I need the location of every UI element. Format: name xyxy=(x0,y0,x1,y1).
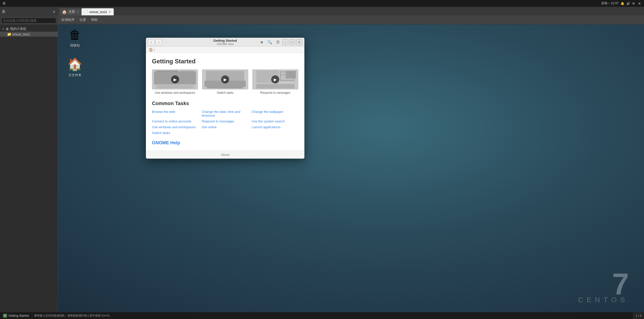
wheat-tab-close[interactable]: ✕ xyxy=(109,10,111,14)
gnome-search-button[interactable]: 🔍 xyxy=(266,39,273,45)
bottombar-left: G Getting Started xyxy=(0,312,32,319)
video-label-messages: Respond to messages xyxy=(260,91,290,95)
bottombar: G Getting Started 要将输入定向到该虚拟机，请将鼠标指针移入其中… xyxy=(0,312,644,319)
gnome-titlebar-right: ★ 🔍 ☰ − □ ✕ xyxy=(258,39,302,45)
video-thumb-switch[interactable]: ▶ xyxy=(202,69,248,89)
topbar-time: 星期一 21:57 xyxy=(601,1,619,6)
gnome-menu-button[interactable]: ☰ xyxy=(274,39,281,45)
tree-item-my-computer[interactable]: ▼ 🖥 我的计算机 xyxy=(0,26,58,32)
bottombar-task-getting-started[interactable]: G Getting Started xyxy=(0,312,32,319)
gnome-titlebar: ‹ › Getting Started GNOME Help ★ 🔍 ☰ − □… xyxy=(146,38,304,47)
tasks-grid: Browse the web Change the date, time and… xyxy=(152,109,298,135)
tree-item-wheat-test1[interactable]: 📁 wheat_test1 xyxy=(0,32,58,37)
video-label-workspaces: Use windows and workspaces xyxy=(155,91,195,95)
svg-rect-4 xyxy=(180,77,194,84)
task-link-system-search[interactable]: Use the system search xyxy=(252,119,298,124)
video-card-workspaces[interactable]: ▶ Use windows and workspaces xyxy=(152,69,198,95)
trash-label: 回收站 xyxy=(70,43,80,48)
task-link-launch-apps[interactable]: Launch applications xyxy=(252,125,298,129)
svg-rect-5 xyxy=(156,85,194,88)
navigation-bar: 应用程序 位置 帮助 xyxy=(58,16,644,24)
task-link-respond-messages[interactable]: Respond to messages xyxy=(202,119,249,124)
svg-rect-19 xyxy=(256,84,294,88)
folder-icon: 📁 xyxy=(7,32,11,36)
task-link-change-wallpaper[interactable]: Change the wallpaper xyxy=(252,109,298,118)
topbar-notification-icon[interactable]: 🔔 xyxy=(621,2,624,5)
gnome-minimize-button[interactable]: − xyxy=(282,39,288,45)
topbar-close-button[interactable]: ✕ xyxy=(637,1,642,6)
file-manager-close-button[interactable]: ✕ xyxy=(53,10,56,14)
breadcrumb-home-icon[interactable]: 🏠 xyxy=(149,48,153,52)
topbar: 库 星期一 21:57 🔔 🔊 ⚙ ✕ xyxy=(0,0,644,7)
task-link-get-online[interactable]: Get online xyxy=(202,125,249,129)
tab-home[interactable]: 🏠 主页 ✕ xyxy=(59,8,82,15)
svg-rect-11 xyxy=(211,84,213,86)
topbar-right: 星期一 21:57 🔔 🔊 ⚙ ✕ xyxy=(601,1,644,6)
computer-icon: 🖥 xyxy=(6,27,9,31)
home-tab-label: 主页 xyxy=(68,10,75,14)
home-tab-close[interactable]: ✕ xyxy=(76,10,79,14)
video-play-icon-workspaces[interactable]: ▶ xyxy=(171,75,179,83)
task-link-switch-tasks[interactable]: Switch tasks xyxy=(152,130,199,135)
video-thumb-messages[interactable]: ▶ xyxy=(252,69,298,89)
tab-wheat-test1[interactable]: 📄 wheat_test1 ✕ xyxy=(82,8,114,15)
tabs-bar: 🏠 主页 ✕ 📄 wheat_test1 ✕ xyxy=(58,7,644,16)
video-card-messages[interactable]: ▶ Respond to messages xyxy=(252,69,298,95)
tree-expand-icon: ▼ xyxy=(2,28,5,30)
gnome-window-subtitle: GNOME Help xyxy=(213,42,237,45)
home-folder-icon: 🏠 xyxy=(67,57,83,72)
file-manager-header: 库 ✕ xyxy=(0,7,58,17)
getting-started-task-icon: G xyxy=(3,314,7,318)
video-play-icon-switch[interactable]: ▶ xyxy=(221,75,229,83)
desktop-icons-area: 🗑 回收站 🏠 主文件夹 xyxy=(65,25,85,84)
task-link-connect-online[interactable]: Connect to online accounts xyxy=(152,119,199,124)
bottombar-status-text: 要将输入定向到该虚拟机，请将鼠标指针移入其中或按 Ctrl+G。 xyxy=(32,314,114,317)
desktop-icon-trash[interactable]: 🗑 回收站 xyxy=(65,25,85,50)
gnome-help-window: ‹ › Getting Started GNOME Help ★ 🔍 ☰ − □… xyxy=(146,38,304,159)
video-thumb-workspaces[interactable]: ▶ xyxy=(152,69,198,89)
gnome-window-title: Getting Started xyxy=(213,39,237,42)
file-manager-search-bar xyxy=(0,17,58,25)
gnome-forward-button[interactable]: › xyxy=(155,39,162,45)
gnome-back-button[interactable]: ‹ xyxy=(148,39,154,45)
topbar-settings-icon[interactable]: ⚙ xyxy=(632,2,635,5)
svg-rect-13 xyxy=(217,84,219,86)
gnome-titlebar-left: ‹ › xyxy=(148,39,162,45)
gnome-maximize-button[interactable]: □ xyxy=(289,39,295,45)
page-indicator: 1 / 4 xyxy=(633,312,644,319)
file-manager-title: 库 xyxy=(2,10,5,14)
page-title: Getting Started xyxy=(152,58,298,65)
nav-help[interactable]: 帮助 xyxy=(90,17,99,23)
trash-icon: 🗑 xyxy=(67,27,83,42)
gnome-footer: About xyxy=(146,151,304,159)
topbar-title: 库 xyxy=(0,1,6,6)
nav-places[interactable]: 位置 xyxy=(78,17,88,23)
video-row: ▶ Use windows and workspaces xyxy=(152,69,298,95)
file-manager-search-input[interactable] xyxy=(2,18,56,23)
bottombar-task-label: Getting Started xyxy=(9,314,29,317)
desktop-icon-home-folder[interactable]: 🏠 主文件夹 xyxy=(65,55,85,79)
gnome-close-button[interactable]: ✕ xyxy=(296,39,302,45)
task-link-change-date[interactable]: Change the date, time and timezone xyxy=(202,109,249,118)
topbar-volume-icon[interactable]: 🔊 xyxy=(626,2,630,5)
video-card-switch[interactable]: ▶ Switch tasks xyxy=(202,69,248,95)
centos-watermark: 7 xyxy=(612,269,629,299)
nav-applications[interactable]: 应用程序 xyxy=(60,17,76,23)
task-link-use-windows[interactable]: Use windows and workspaces xyxy=(152,125,199,129)
home-tab-icon: 🏠 xyxy=(62,10,67,14)
common-tasks-title: Common Tasks xyxy=(152,101,298,106)
home-folder-label: 主文件夹 xyxy=(68,73,82,77)
svg-rect-10 xyxy=(208,84,210,86)
svg-rect-2 xyxy=(156,71,178,74)
gnome-title-area: Getting Started GNOME Help xyxy=(213,39,237,45)
breadcrumb-separator: › xyxy=(154,48,155,52)
desktop xyxy=(0,0,644,319)
video-label-switch: Switch tasks xyxy=(217,91,234,95)
centos-text: CENTOS xyxy=(578,296,628,304)
gnome-help-link[interactable]: GNOME Help xyxy=(152,140,180,145)
gnome-bookmark-button[interactable]: ★ xyxy=(258,39,265,45)
task-link-browse-web[interactable]: Browse the web xyxy=(152,109,199,118)
svg-rect-12 xyxy=(214,84,216,86)
about-link[interactable]: About xyxy=(221,153,229,157)
svg-rect-18 xyxy=(280,75,294,80)
